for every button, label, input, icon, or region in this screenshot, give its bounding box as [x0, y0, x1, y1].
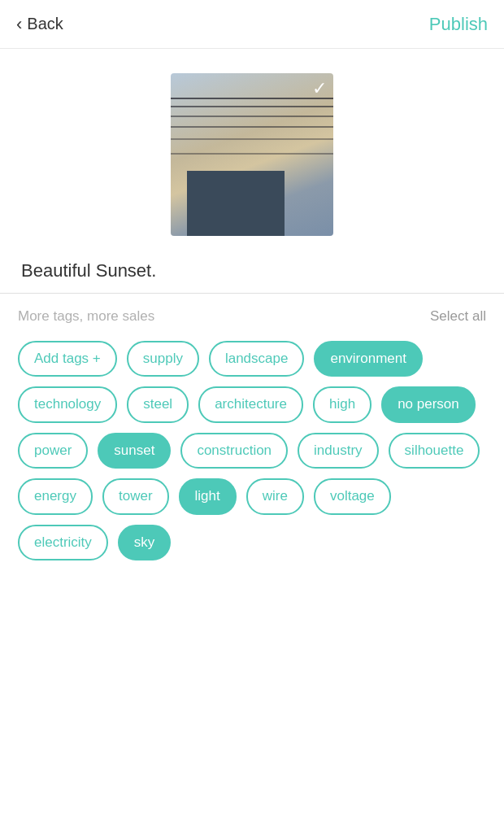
tag-steel[interactable]: steel — [127, 386, 189, 422]
publish-button[interactable]: Publish — [429, 14, 488, 35]
tag-light[interactable]: light — [179, 478, 237, 514]
tag-voltage[interactable]: voltage — [314, 478, 391, 514]
tags-wrapper: Add tags + supplylandscapeenvironmenttec… — [18, 341, 486, 560]
tag-landscape[interactable]: landscape — [209, 341, 305, 377]
photo-title: Beautiful Sunset. — [21, 260, 156, 281]
tag-silhouette[interactable]: silhouette — [389, 433, 480, 469]
select-all-button[interactable]: Select all — [430, 308, 486, 325]
tag-environment[interactable]: environment — [314, 341, 423, 377]
tags-header: More tags, more sales Select all — [18, 308, 486, 325]
tag-wire[interactable]: wire — [246, 478, 304, 514]
back-label: Back — [27, 15, 63, 33]
back-button[interactable]: ‹ Back — [16, 15, 63, 33]
tag-electricity[interactable]: electricity — [18, 525, 108, 560]
tag-no-person[interactable]: no person — [381, 386, 476, 422]
tag-energy[interactable]: energy — [18, 478, 93, 514]
header: ‹ Back Publish — [0, 0, 504, 49]
checkmark-icon: ✓ — [312, 80, 327, 98]
photo-wrapper: ✓ — [171, 73, 333, 236]
tag-tower[interactable]: tower — [102, 478, 169, 514]
tags-hint: More tags, more sales — [18, 308, 154, 325]
image-container: ✓ — [0, 49, 504, 252]
title-section: Beautiful Sunset. — [0, 252, 504, 294]
back-chevron-icon: ‹ — [16, 15, 22, 33]
tag-construction[interactable]: construction — [180, 433, 288, 469]
tag-architecture[interactable]: architecture — [198, 386, 303, 422]
tag-sky[interactable]: sky — [118, 525, 172, 560]
tag-high[interactable]: high — [313, 386, 371, 422]
tags-section: More tags, more sales Select all Add tag… — [0, 294, 504, 575]
add-tags-button[interactable]: Add tags + — [18, 341, 117, 377]
tag-industry[interactable]: industry — [298, 433, 379, 469]
tag-power[interactable]: power — [18, 433, 88, 469]
tag-technology[interactable]: technology — [18, 386, 117, 422]
tag-sunset[interactable]: sunset — [98, 433, 171, 469]
tag-supply[interactable]: supply — [127, 341, 199, 377]
photo-thumbnail — [171, 73, 333, 236]
